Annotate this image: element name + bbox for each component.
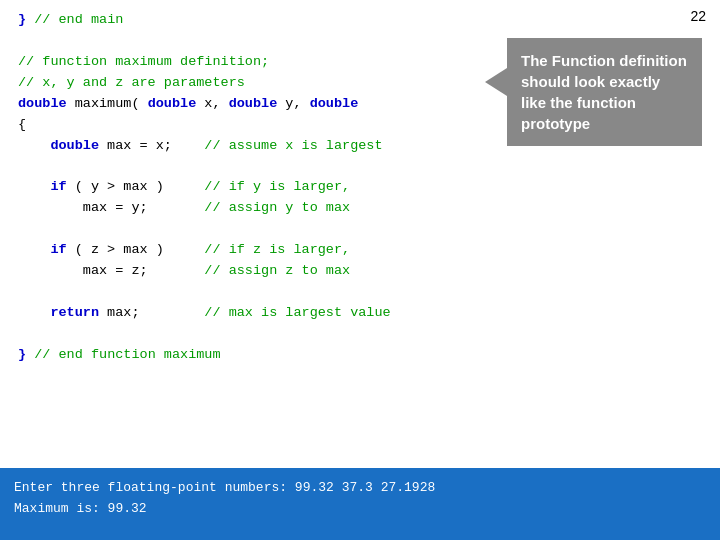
tooltip-arrow	[485, 68, 507, 96]
code-line-1: } // end main	[18, 10, 702, 31]
bottom-bar: Enter three floating-point numbers: 99.3…	[0, 468, 720, 540]
code-line-blank5	[18, 324, 702, 345]
code-line-13: max = z; // assign z to max	[18, 261, 702, 282]
tooltip-box: The Function definition should look exac…	[507, 38, 702, 146]
code-line-blank2	[18, 156, 702, 177]
code-line-9: if ( y > max ) // if y is larger,	[18, 177, 702, 198]
bottom-line2: Maximum is: 99.32	[14, 499, 706, 520]
code-line-12: if ( z > max ) // if z is larger,	[18, 240, 702, 261]
code-line-15: return max; // max is largest value	[18, 303, 702, 324]
code-line-blank3	[18, 219, 702, 240]
bottom-line1: Enter three floating-point numbers: 99.3…	[14, 478, 706, 499]
code-line-blank4	[18, 282, 702, 303]
code-line-17: } // end function maximum	[18, 345, 702, 366]
code-line-10: max = y; // assign y to max	[18, 198, 702, 219]
